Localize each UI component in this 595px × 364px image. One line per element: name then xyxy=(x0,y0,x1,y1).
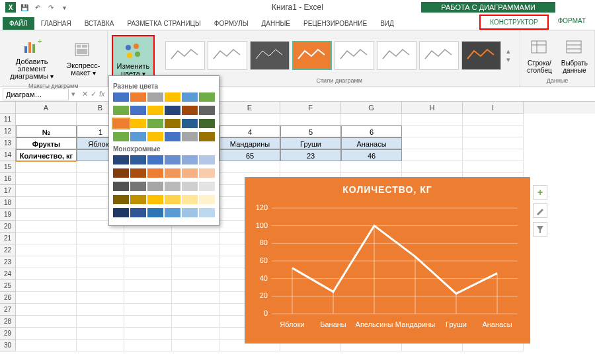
cell-B21[interactable] xyxy=(77,233,124,244)
color-swatch[interactable] xyxy=(147,168,163,178)
tab-review[interactable]: РЕЦЕНЗИРОВАНИЕ xyxy=(297,17,374,30)
cell-B29[interactable] xyxy=(77,328,124,340)
cell-A18[interactable] xyxy=(16,197,77,209)
tab-insert[interactable]: ВСТАВКА xyxy=(78,17,121,30)
row-header-18[interactable]: 18 xyxy=(0,197,16,209)
color-swatch[interactable] xyxy=(165,92,180,102)
cell-B25[interactable] xyxy=(77,280,124,292)
color-swatch[interactable] xyxy=(182,92,198,102)
col-header-E[interactable]: E xyxy=(219,102,280,114)
cell-B30[interactable] xyxy=(77,340,124,351)
color-swatch[interactable] xyxy=(130,208,146,217)
color-swatch[interactable] xyxy=(113,168,129,178)
color-swatch[interactable] xyxy=(165,195,180,204)
color-swatch[interactable] xyxy=(182,208,198,217)
color-swatch[interactable] xyxy=(165,208,180,217)
color-swatch[interactable] xyxy=(182,155,198,164)
tab-file[interactable]: ФАЙЛ xyxy=(3,17,34,30)
select-data-button[interactable]: Выбрать данные xyxy=(559,34,590,77)
row-header-21[interactable]: 21 xyxy=(0,233,16,244)
row-header-17[interactable]: 17 xyxy=(0,185,16,197)
cell-E14[interactable]: 65 xyxy=(219,149,280,161)
cell-D29[interactable] xyxy=(172,328,219,340)
cell-E13[interactable]: Мандарины xyxy=(219,137,280,149)
color-swatch[interactable] xyxy=(113,106,129,115)
color-swatch[interactable] xyxy=(113,182,129,191)
enter-icon[interactable]: ✓ xyxy=(91,90,97,98)
row-header-22[interactable]: 22 xyxy=(0,244,16,256)
color-swatch[interactable] xyxy=(165,119,180,128)
row-header-11[interactable]: 11 xyxy=(0,114,16,126)
row-header-20[interactable]: 20 xyxy=(0,221,16,233)
chart-styles-gallery[interactable]: ▴▾ xyxy=(163,33,516,77)
cell-D27[interactable] xyxy=(172,304,219,316)
row-header-15[interactable]: 15 xyxy=(0,161,16,173)
color-swatch[interactable] xyxy=(165,132,180,141)
color-swatch[interactable] xyxy=(130,182,146,191)
tab-layout[interactable]: РАЗМЕТКА СТРАНИЦЫ xyxy=(121,17,208,30)
row-header-25[interactable]: 25 xyxy=(0,280,16,292)
tab-format[interactable]: ФОРМАТ xyxy=(549,15,595,30)
color-swatch[interactable] xyxy=(182,106,198,115)
color-swatch[interactable] xyxy=(130,132,146,141)
color-swatch[interactable] xyxy=(130,106,146,115)
chart-style-2[interactable] xyxy=(208,41,247,70)
fx-icon[interactable]: fx xyxy=(99,90,105,98)
cell-C24[interactable] xyxy=(124,268,172,280)
color-swatch[interactable] xyxy=(147,132,163,141)
redo-icon[interactable]: ↷ xyxy=(46,3,56,12)
cell-H11[interactable] xyxy=(402,114,463,126)
color-swatch[interactable] xyxy=(130,155,146,164)
cell-A30[interactable] xyxy=(16,340,77,351)
cell-H12[interactable] xyxy=(402,126,463,137)
color-swatch[interactable] xyxy=(199,119,215,128)
switch-row-col-button[interactable]: Строка/столбец xyxy=(524,34,555,77)
cell-B23[interactable] xyxy=(77,256,124,268)
cell-H15[interactable] xyxy=(402,161,463,173)
row-header-14[interactable]: 14 xyxy=(0,149,16,161)
chart-object[interactable]: КОЛИЧЕСТВО, КГ 020406080100120ЯблокиБана… xyxy=(245,177,530,344)
color-swatch[interactable] xyxy=(147,106,163,115)
cell-I11[interactable] xyxy=(463,114,524,126)
color-swatch[interactable] xyxy=(130,119,146,128)
chart-style-1[interactable] xyxy=(165,41,205,70)
cell-C25[interactable] xyxy=(124,280,172,292)
cell-A19[interactable] xyxy=(16,209,77,221)
cell-B27[interactable] xyxy=(77,304,124,316)
cell-A11[interactable] xyxy=(16,114,77,126)
cell-B26[interactable] xyxy=(77,292,124,304)
chart-style-3[interactable] xyxy=(250,41,290,70)
color-swatch[interactable] xyxy=(182,168,198,178)
cell-D22[interactable] xyxy=(172,244,219,256)
cell-A21[interactable] xyxy=(16,233,77,244)
chart-title[interactable]: КОЛИЧЕСТВО, КГ xyxy=(245,178,530,201)
cell-A26[interactable] xyxy=(16,292,77,304)
color-swatch[interactable] xyxy=(147,182,163,191)
chart-elements-button[interactable]: + xyxy=(533,185,547,200)
cell-B28[interactable] xyxy=(77,316,124,328)
color-swatch[interactable] xyxy=(113,195,129,204)
color-swatch[interactable] xyxy=(199,92,215,102)
cell-C29[interactable] xyxy=(124,328,172,340)
color-swatch[interactable] xyxy=(165,182,180,191)
cell-A29[interactable] xyxy=(16,328,77,340)
save-icon[interactable]: 💾 xyxy=(20,3,29,12)
tab-formulas[interactable]: ФОРМУЛЫ xyxy=(208,17,255,30)
color-swatch[interactable] xyxy=(130,195,146,204)
chart-styles-button[interactable] xyxy=(533,203,547,218)
color-swatch[interactable] xyxy=(199,132,215,141)
chart-filters-button[interactable] xyxy=(533,222,547,237)
col-header-H[interactable]: H xyxy=(402,102,463,114)
qat-more-icon[interactable]: ▾ xyxy=(60,3,69,12)
cell-F14[interactable]: 23 xyxy=(280,149,341,161)
color-swatch[interactable] xyxy=(182,119,198,128)
change-colors-dropdown[interactable]: Разные цвета Монохромные xyxy=(108,75,219,226)
cell-A14[interactable]: Количество, кг xyxy=(16,149,77,161)
color-swatch[interactable] xyxy=(147,155,163,164)
cell-E12[interactable]: 4 xyxy=(219,126,280,137)
cell-A16[interactable] xyxy=(16,173,77,185)
cell-C28[interactable] xyxy=(124,316,172,328)
cell-G13[interactable]: Ананасы xyxy=(341,137,402,149)
cell-D28[interactable] xyxy=(172,316,219,328)
cell-G15[interactable] xyxy=(341,161,402,173)
